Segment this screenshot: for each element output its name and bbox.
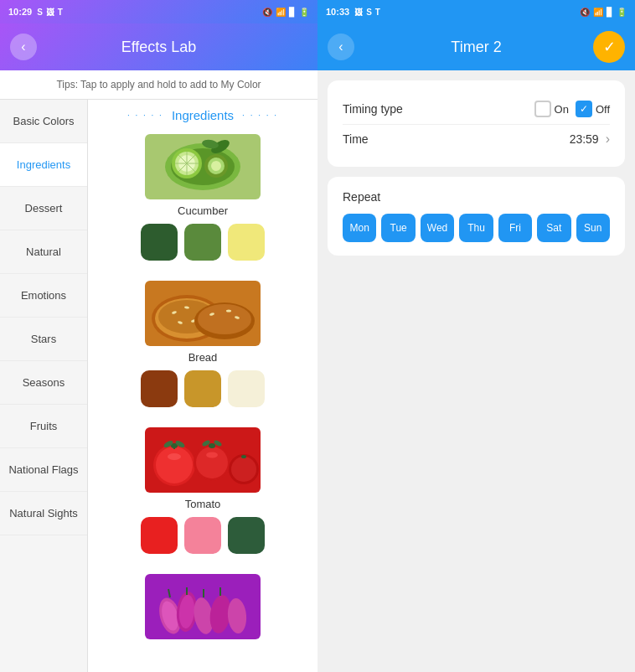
tab-header: · · · · · Ingredients · · · · · xyxy=(88,100,318,127)
tomato-image[interactable] xyxy=(145,427,261,493)
tab-dots-left: · · · · · xyxy=(127,111,163,120)
bread-swatches xyxy=(96,370,309,407)
svg-point-45 xyxy=(231,457,256,482)
ingredient-eggplant xyxy=(88,567,318,649)
toggle-off-option[interactable]: Off xyxy=(576,101,610,117)
timing-type-label: Timing type xyxy=(343,102,534,116)
cucumber-swatch-1[interactable] xyxy=(141,224,178,261)
svg-point-31 xyxy=(156,447,193,483)
repeat-card: Repeat Mon Tue Wed Thu Fri Sat Sun xyxy=(328,177,625,256)
sidebar-item-emotions[interactable]: Emotions xyxy=(0,274,87,318)
right-status-time: 10:33 xyxy=(326,7,349,17)
svg-point-25 xyxy=(198,304,251,334)
timing-type-card: Timing type On Off Time 23:59 › xyxy=(328,80,625,167)
right-header: ‹ Timer 2 ✓ xyxy=(318,23,635,70)
svg-point-12 xyxy=(211,161,221,171)
right-panel: 10:33 🖼 S T 🔇 📶 ▊ 🔋 ‹ Timer 2 ✓ Timing t… xyxy=(318,0,635,672)
left-header: ‹ Effects Lab xyxy=(0,23,318,70)
right-mute-icon: 🔇 xyxy=(580,8,590,17)
right-battery-icon: 🔋 xyxy=(617,8,627,17)
eggplant-svg xyxy=(145,574,261,639)
ingredient-bread: Bread xyxy=(88,274,318,421)
sidebar-item-national-flags[interactable]: National Flags xyxy=(0,448,87,492)
tab-ingredients[interactable]: Ingredients xyxy=(172,108,234,122)
right-body: Timing type On Off Time 23:59 › xyxy=(318,70,635,672)
bread-swatch-1[interactable] xyxy=(141,370,178,407)
right-back-button[interactable]: ‹ xyxy=(328,34,354,60)
main-content: · · · · · Ingredients · · · · · xyxy=(88,100,318,672)
sidebar-nav: Basic Colors Ingredients Dessert Natural… xyxy=(0,100,88,672)
left-status-icons: 🔇 📶 ▊ 🔋 xyxy=(262,8,309,17)
left-statusbar: 10:29 S 🖼 T 🔇 📶 ▊ 🔋 xyxy=(0,0,318,23)
off-label: Off xyxy=(596,103,610,116)
day-btn-sun[interactable]: Sun xyxy=(576,214,610,242)
tomato-swatch-1[interactable] xyxy=(141,517,178,554)
left-title: Effects Lab xyxy=(121,39,197,56)
tomato-swatches xyxy=(96,517,309,554)
on-checkbox[interactable] xyxy=(534,101,551,117)
cucumber-image[interactable] xyxy=(145,134,261,199)
battery-icon: 🔋 xyxy=(299,8,309,17)
tomato-svg xyxy=(145,427,261,493)
eggplant-image[interactable] xyxy=(145,574,261,639)
day-btn-wed[interactable]: Wed xyxy=(421,214,454,242)
timing-type-row: Timing type On Off xyxy=(343,94,610,125)
day-btn-thu[interactable]: Thu xyxy=(459,214,493,242)
left-back-button[interactable]: ‹ xyxy=(10,34,37,60)
time-value: 23:59 xyxy=(570,132,599,146)
sidebar-item-ingredients[interactable]: Ingredients xyxy=(0,143,87,187)
left-status-s: S xyxy=(37,8,43,17)
svg-point-27 xyxy=(226,310,231,313)
right-status-img: 🖼 xyxy=(354,8,363,17)
wifi-icon: 📶 xyxy=(276,8,286,17)
tab-dots-right: · · · · · xyxy=(242,111,278,120)
right-status-s: S xyxy=(366,8,372,17)
left-status-t: T xyxy=(58,8,63,17)
ingredient-cucumber: Cucumber xyxy=(88,127,318,274)
off-checkbox[interactable] xyxy=(576,101,592,117)
sidebar-item-natural-sights[interactable]: Natural Sights xyxy=(0,492,87,535)
left-panel: 10:29 S 🖼 T 🔇 📶 ▊ 🔋 ‹ Effects Lab Tips: … xyxy=(0,0,318,672)
sidebar-item-fruits[interactable]: Fruits xyxy=(0,405,87,448)
day-btn-fri[interactable]: Fri xyxy=(498,214,532,242)
tomato-swatch-3[interactable] xyxy=(228,517,265,554)
toggle-group: On Off xyxy=(534,101,610,117)
toggle-on-option[interactable]: On xyxy=(534,101,569,117)
left-status-time: 10:29 xyxy=(8,7,32,17)
cucumber-swatches xyxy=(96,224,309,261)
sidebar-item-dessert[interactable]: Dessert xyxy=(0,187,87,230)
time-label: Time xyxy=(343,132,570,146)
mute-icon: 🔇 xyxy=(262,8,272,17)
sidebar-item-basic-colors[interactable]: Basic Colors xyxy=(0,100,87,143)
cucumber-svg xyxy=(145,134,261,199)
confirm-button[interactable]: ✓ xyxy=(593,31,625,63)
day-btn-tue[interactable]: Tue xyxy=(381,214,415,242)
day-btn-mon[interactable]: Mon xyxy=(343,214,376,242)
right-signal-icon: ▊ xyxy=(607,8,613,17)
bread-swatch-3[interactable] xyxy=(228,370,265,407)
bread-swatch-2[interactable] xyxy=(184,370,221,407)
ingredient-tomato: Tomato xyxy=(88,421,318,567)
bread-image[interactable] xyxy=(145,281,261,346)
svg-point-39 xyxy=(206,452,218,458)
left-content: Basic Colors Ingredients Dessert Natural… xyxy=(0,100,318,672)
day-btn-sat[interactable]: Sat xyxy=(537,214,570,242)
sidebar-item-seasons[interactable]: Seasons xyxy=(0,361,87,405)
right-wifi-icon: 📶 xyxy=(593,8,603,17)
tomato-swatch-2[interactable] xyxy=(184,517,221,554)
right-statusbar: 10:33 🖼 S T 🔇 📶 ▊ 🔋 xyxy=(318,0,635,23)
sidebar-item-stars[interactable]: Stars xyxy=(0,318,87,361)
sidebar-item-natural[interactable]: Natural xyxy=(0,230,87,274)
bread-svg xyxy=(145,281,261,346)
svg-point-38 xyxy=(196,447,228,478)
cucumber-label: Cucumber xyxy=(96,204,309,217)
time-chevron-icon: › xyxy=(606,132,610,147)
cucumber-swatch-2[interactable] xyxy=(184,224,221,261)
cucumber-swatch-3[interactable] xyxy=(228,224,265,261)
time-row[interactable]: Time 23:59 › xyxy=(343,125,610,153)
right-status-t: T xyxy=(375,8,380,17)
right-status-icons: 🔇 📶 ▊ 🔋 xyxy=(580,8,627,17)
bread-label: Bread xyxy=(96,351,309,364)
right-title: Timer 2 xyxy=(451,39,501,56)
day-buttons: Mon Tue Wed Thu Fri Sat Sun xyxy=(343,214,610,242)
